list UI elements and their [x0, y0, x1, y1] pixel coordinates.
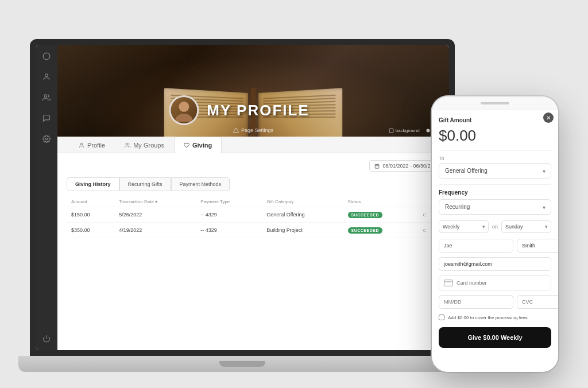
svg-point-1 — [45, 74, 48, 77]
cell-amount: $350.00 — [67, 223, 114, 238]
sidebar-item-chat[interactable] — [41, 112, 52, 124]
cell-payment: -- 4329 — [196, 223, 262, 238]
close-button[interactable]: ✕ — [543, 112, 554, 123]
processing-fee-checkbox[interactable] — [439, 315, 444, 320]
divider — [439, 150, 551, 151]
weekly-select[interactable]: Weekly Bi-weekly Monthly — [439, 220, 489, 233]
credit-card-icon — [444, 280, 453, 286]
giving-content: 06/01/2022 - 06/30/2... Giving History R… — [57, 153, 449, 350]
card-number-row — [439, 276, 551, 290]
tab-giving-label: Giving — [192, 142, 212, 149]
svg-point-10 — [126, 143, 127, 145]
hero-banner: MY PROFILE Page Settings background — [57, 45, 449, 137]
weekly-select-wrapper: Weekly Bi-weekly Monthly — [439, 220, 489, 233]
status-badge: SUCCEEDED — [348, 227, 382, 234]
cell-status: SUCCEEDED — [343, 207, 419, 223]
status-badge: SUCCEEDED — [348, 212, 382, 218]
cell-category: Building Project — [262, 223, 343, 238]
payment-methods-label: Payment Methods — [180, 181, 222, 187]
background-tool-label: background — [396, 128, 420, 133]
recurring-gifts-label: Recurring Gifts — [128, 181, 163, 187]
hero-settings-label: Page Settings — [241, 127, 273, 133]
hero-title: MY PROFILE — [207, 102, 309, 119]
frequency-select[interactable]: Recurring One-time — [439, 199, 551, 215]
sidebar-item-groups[interactable] — [41, 92, 52, 103]
processing-fee-label: Add $0.00 to cover the processing fees — [448, 315, 528, 320]
to-label: To — [439, 156, 551, 161]
phone: ✕ Gift Amount $0.00 To General Offering … — [432, 96, 558, 372]
svg-point-0 — [43, 53, 50, 60]
laptop-body — [18, 356, 466, 372]
recurring-gifts-tab[interactable]: Recurring Gifts — [119, 177, 171, 191]
col-status: Status — [343, 197, 419, 207]
card-number-input[interactable] — [457, 280, 546, 286]
sidebar — [36, 45, 57, 350]
first-name-input[interactable] — [439, 239, 513, 253]
sidebar-item-settings[interactable] — [41, 133, 52, 145]
date-filter-row: 06/01/2022 - 06/30/2... — [67, 160, 440, 172]
laptop-screen-outer: MY PROFILE Page Settings background — [30, 39, 455, 356]
sidebar-item-home[interactable] — [41, 51, 52, 62]
laptop: MY PROFILE Page Settings background — [18, 39, 466, 372]
divider-2 — [439, 184, 551, 185]
tab-my-groups[interactable]: My Groups — [115, 137, 174, 153]
cvc-row — [439, 295, 551, 309]
date-filter-button[interactable]: 06/01/2022 - 06/30/2... — [369, 160, 440, 172]
phone-screen: Gift Amount $0.00 To General Offering Bu… — [432, 110, 558, 372]
col-amount: Amount — [67, 197, 114, 207]
main-content: MY PROFILE Page Settings background — [57, 45, 449, 350]
to-select-wrapper: General Offering Building Project Tithes — [439, 163, 551, 179]
svg-rect-7 — [389, 129, 393, 133]
tab-profile[interactable]: Profile — [69, 137, 115, 153]
payment-methods-tab[interactable]: Payment Methods — [171, 177, 230, 191]
giving-history-tab[interactable]: Giving History — [67, 177, 119, 191]
mmdd-input[interactable] — [439, 295, 513, 309]
col-category: Gift Category — [262, 197, 343, 207]
tab-giving[interactable]: Giving — [174, 137, 222, 153]
svg-point-5 — [179, 102, 189, 112]
email-input[interactable] — [439, 257, 551, 271]
cell-status: SUCCEEDED — [343, 223, 419, 238]
cell-date: 5/26/2022 — [114, 207, 196, 223]
giving-history-label: Giving History — [75, 181, 111, 187]
cell-date: 4/19/2022 — [114, 223, 196, 238]
sunday-select[interactable]: Sunday Monday Tuesday Wednesday Thursday… — [501, 220, 551, 233]
processing-fee-row: Add $0.00 to cover the processing fees — [439, 315, 551, 320]
giving-history-table: Amount Transaction Date ▾ Payment Type G… — [67, 197, 440, 238]
frequency-select-wrapper: Recurring One-time — [439, 199, 551, 215]
avatar — [169, 95, 199, 125]
giving-subtabs: Giving History Recurring Gifts Payment M… — [67, 177, 440, 191]
cell-payment: -- 4329 — [196, 207, 262, 223]
on-label: on — [492, 220, 498, 233]
sidebar-item-power[interactable] — [41, 333, 52, 344]
col-payment: Payment Type — [196, 197, 262, 207]
laptop-screen: MY PROFILE Page Settings background — [36, 45, 449, 350]
background-tool[interactable]: background — [389, 128, 420, 133]
svg-point-9 — [80, 143, 82, 145]
hero-profile: MY PROFILE — [169, 95, 309, 125]
hero-settings-link[interactable]: Page Settings — [233, 127, 273, 133]
cvc-input[interactable] — [517, 295, 558, 309]
svg-rect-15 — [444, 280, 453, 286]
profile-tabs: Profile My Groups Giving — [57, 137, 449, 153]
give-button[interactable]: Give $0.00 Weekly — [439, 327, 551, 348]
svg-point-6 — [175, 114, 192, 122]
tab-profile-label: Profile — [87, 142, 105, 149]
cell-category: General Offering — [262, 207, 343, 223]
gift-amount-display: $0.00 — [439, 127, 551, 145]
scene: MY PROFILE Page Settings background — [18, 16, 570, 372]
svg-point-8 — [426, 129, 430, 133]
gift-amount-label: Gift Amount — [439, 117, 551, 123]
phone-notch-bar — [432, 96, 558, 110]
svg-point-3 — [45, 138, 48, 140]
svg-point-2 — [44, 95, 47, 98]
weekly-frequency-row: Weekly Bi-weekly Monthly on Sunday Monda… — [439, 220, 551, 233]
table-row: $150.00 5/26/2022 -- 4329 General Offeri… — [67, 207, 440, 223]
sidebar-item-people[interactable] — [41, 71, 52, 83]
to-select[interactable]: General Offering Building Project Tithes — [439, 163, 551, 179]
frequency-label: Frequency — [439, 189, 551, 196]
name-row — [439, 239, 551, 253]
tab-my-groups-label: My Groups — [133, 142, 164, 149]
laptop-notch — [219, 361, 265, 367]
last-name-input[interactable] — [517, 239, 558, 253]
